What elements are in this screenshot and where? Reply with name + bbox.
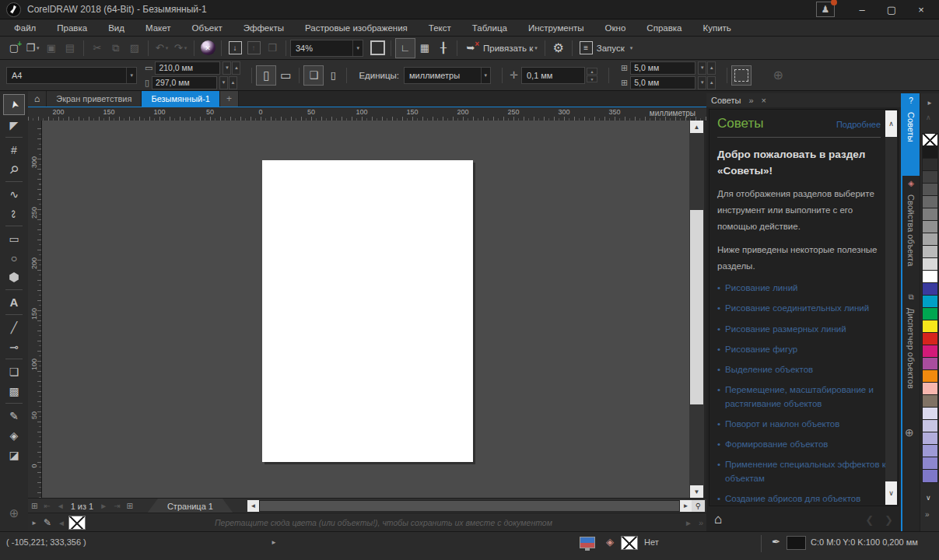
duplicate-x-field[interactable]: 5,0 мм: [630, 61, 695, 75]
palette-flyout-icon[interactable]: ►: [927, 100, 933, 107]
color-swatch[interactable]: [923, 246, 937, 258]
spin-down-icon[interactable]: ▼: [587, 75, 597, 82]
toolbox-tool[interactable]: [4, 135, 24, 140]
close-docker-icon[interactable]: ×: [762, 96, 766, 105]
outline-pen-icon[interactable]: ✒: [772, 536, 780, 548]
toolbox-tool[interactable]: ⊸: [4, 337, 24, 356]
color-swatch[interactable]: [923, 184, 937, 196]
more-icon[interactable]: »: [699, 518, 703, 527]
docker-tab-object-manager[interactable]: ⧉ Диспетчер объектов: [902, 289, 920, 409]
vertical-ruler[interactable]: 300250200150100500: [28, 121, 42, 498]
previous-page-button[interactable]: ◄: [57, 502, 65, 510]
snap-off-button[interactable]: ➥×: [461, 39, 480, 58]
toolbox-tool[interactable]: ▭: [4, 229, 24, 248]
toolbox-tool[interactable]: [4, 223, 24, 229]
toolbox-tool[interactable]: [4, 312, 24, 317]
hint-link[interactable]: •Применение специальных эффектов к объек…: [717, 458, 887, 485]
toolbox-tool[interactable]: ⚲: [4, 159, 24, 179]
hint-link[interactable]: •Поворот и наклон объектов: [717, 418, 887, 431]
options-button[interactable]: ⚙: [549, 39, 568, 58]
maximize-button[interactable]: ▢: [878, 2, 905, 17]
status-flyout-icon[interactable]: ►: [271, 539, 277, 546]
document-page[interactable]: [262, 160, 473, 462]
color-swatch[interactable]: [923, 320, 937, 333]
drawing-canvas[interactable]: [42, 121, 689, 498]
nudge-field[interactable]: 0,1 мм: [521, 67, 585, 84]
docker-tab-hints[interactable]: ? Советы: [902, 93, 920, 176]
document-navigator-button[interactable]: ⚲: [692, 500, 705, 512]
more-link[interactable]: Подробнее: [836, 120, 881, 129]
outline-color-swatch[interactable]: [787, 536, 806, 550]
launch-dropdown[interactable]: ≡Запуск▾: [576, 39, 636, 58]
export-button[interactable]: ↑: [244, 39, 263, 58]
toolbox-tool[interactable]: #: [4, 140, 24, 159]
duplicate-y-field[interactable]: 5,0 мм: [630, 76, 695, 89]
toolbox-tool[interactable]: ◈: [4, 425, 24, 445]
color-swatch[interactable]: [923, 171, 937, 184]
vertical-scrollbar[interactable]: ▲ ▼: [689, 121, 704, 498]
color-swatch[interactable]: [923, 345, 937, 358]
color-swatch[interactable]: [923, 146, 937, 159]
zoom-level-combo[interactable]: 34%▾: [290, 40, 363, 57]
hints-home-button[interactable]: ⌂: [714, 512, 722, 527]
menu-item[interactable]: Текст: [429, 23, 451, 33]
color-swatch[interactable]: [923, 370, 937, 383]
toolbox-tool[interactable]: [4, 401, 24, 406]
page-size-combo[interactable]: A4▾: [6, 67, 137, 84]
no-color-swatch[interactable]: [68, 516, 86, 530]
docker-scrollbar[interactable]: ∧ ∨: [885, 110, 897, 505]
hint-link[interactable]: •Рисование размерных линий: [717, 323, 887, 336]
toolbox-tool[interactable]: [4, 356, 24, 362]
hint-link[interactable]: •Создание абрисов для объектов: [717, 492, 887, 506]
color-swatch[interactable]: [923, 283, 937, 296]
chevron-down-icon[interactable]: ▾: [352, 40, 363, 56]
chevron-down-icon[interactable]: ▾: [126, 68, 136, 83]
color-swatch[interactable]: [923, 258, 937, 271]
fill-color-icon[interactable]: ◈: [606, 536, 614, 548]
document-color-settings-icon[interactable]: [580, 537, 595, 548]
menu-item[interactable]: Объект: [192, 23, 222, 33]
hint-link[interactable]: •Рисование линий: [717, 282, 887, 295]
color-swatch[interactable]: [923, 383, 937, 395]
print-button[interactable]: ▤: [61, 39, 79, 58]
toolbox-tool[interactable]: ◪: [4, 445, 24, 464]
import-button[interactable]: ↓: [226, 39, 244, 58]
next-page-button[interactable]: ►: [100, 502, 107, 510]
chevron-down-icon[interactable]: ▾: [481, 68, 491, 83]
scroll-up-button[interactable]: ∧: [885, 110, 897, 137]
menu-item[interactable]: Правка: [57, 23, 87, 33]
spin-up-icon[interactable]: ▲: [707, 76, 716, 89]
hints-back-button[interactable]: ❮: [865, 514, 874, 526]
toolbox-tool[interactable]: [4, 179, 24, 184]
docker-tab-object-properties[interactable]: ◈ Свойства объекта: [902, 176, 920, 288]
open-button[interactable]: ❐▾: [23, 39, 42, 58]
scroll-left-button[interactable]: ◄: [247, 500, 259, 512]
toolbox-tool[interactable]: ▩: [4, 381, 24, 401]
spin-up-icon[interactable]: ▲: [707, 61, 716, 75]
spin-down-icon[interactable]: ▼: [698, 76, 706, 89]
color-swatch[interactable]: [923, 445, 937, 457]
menu-item[interactable]: Вид: [108, 23, 124, 33]
toolbox-tool[interactable]: ⬡: [4, 268, 24, 287]
new-document-button[interactable]: ▢+: [5, 39, 23, 58]
color-swatch[interactable]: [923, 408, 937, 420]
scroll-right-button[interactable]: ►: [685, 519, 692, 527]
tab-document[interactable]: Безымянный-1: [142, 91, 220, 107]
add-page-button[interactable]: ⊞: [31, 502, 37, 510]
color-swatch[interactable]: [923, 221, 937, 233]
all-pages-button[interactable]: ❑: [303, 65, 324, 86]
hint-link[interactable]: •Рисование соединительных линий: [717, 302, 887, 315]
scroll-down-button[interactable]: ▼: [690, 485, 703, 498]
color-swatch[interactable]: [923, 308, 937, 320]
horizontal-scroll-thumb[interactable]: [260, 501, 679, 511]
portrait-button[interactable]: ▯: [256, 65, 276, 86]
landscape-button[interactable]: ▭: [276, 66, 295, 85]
menu-item[interactable]: Инструменты: [528, 23, 584, 33]
welcome-home-tab[interactable]: ⌂: [28, 91, 47, 107]
eyedropper-icon[interactable]: ✎: [44, 517, 51, 528]
save-button[interactable]: ▣: [42, 39, 61, 58]
toolbox-tool[interactable]: ○: [4, 248, 24, 268]
color-swatch[interactable]: [923, 395, 937, 408]
toolbox-tool[interactable]: ╱: [4, 317, 24, 337]
hint-link[interactable]: •Выделение объектов: [717, 363, 887, 376]
